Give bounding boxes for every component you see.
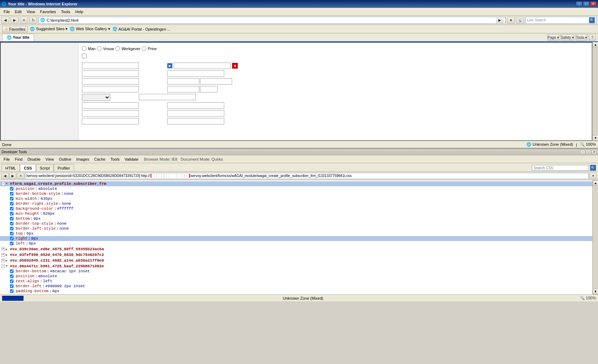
css-check-border-top-style[interactable]: [10, 222, 14, 225]
favorites-button[interactable]: ★ Favorites: [2, 26, 28, 32]
dt-back-button[interactable]: ◀: [1, 173, 9, 179]
css-selector-row-sv2[interactable]: + ▶ #sv_03fef998_052d_4470_8830_9dc75402…: [0, 252, 592, 257]
menu-view[interactable]: View: [25, 9, 37, 15]
devtools-scroll-up-button[interactable]: ▲: [593, 180, 598, 186]
menu-edit[interactable]: Edit: [13, 9, 24, 15]
input-3-2b[interactable]: [200, 78, 232, 85]
dt-menu-tools[interactable]: Tools: [108, 156, 122, 162]
input-4-1[interactable]: [82, 86, 139, 92]
input-8-1[interactable]: [82, 118, 139, 124]
input-8-2[interactable]: [167, 118, 224, 124]
dt-menu-find[interactable]: Find: [13, 156, 25, 162]
input-1-1[interactable]: [82, 63, 139, 69]
menu-file[interactable]: File: [1, 9, 12, 15]
css-expand-main[interactable]: ▼: [6, 182, 9, 186]
css-check-left[interactable]: [10, 242, 14, 245]
css-check-sv4-border-left[interactable]: [10, 284, 14, 288]
css-toggle-sv2[interactable]: +: [1, 253, 5, 257]
input-4-2a[interactable]: [167, 86, 199, 92]
dt-menu-outline[interactable]: Outline: [57, 156, 73, 162]
dt-menu-images[interactable]: Images: [74, 156, 91, 162]
css-selector-row-sv4[interactable]: − ▼ #sv_06a4471c_b961_4725_baaf_229b8671…: [0, 264, 592, 269]
css-check-sv4-border-bottom[interactable]: [10, 269, 14, 273]
css-check-sv4-padding-bottom[interactable]: [10, 289, 14, 293]
rss-button[interactable]: 📡: [516, 17, 524, 24]
tab-script[interactable]: Script: [36, 164, 54, 171]
css-selector-row-sv1[interactable]: + ▶ #sv_039c30ae_ed6e_4875_80ff_59355b23…: [0, 247, 592, 252]
tab-css[interactable]: CSS: [20, 164, 36, 171]
portal-link[interactable]: 🌐 AG&AI Portal - Opleidingen ...: [112, 27, 171, 31]
css-toggle-sv1[interactable]: +: [1, 247, 5, 251]
radio-man[interactable]: [82, 46, 86, 51]
input-2-2[interactable]: [167, 70, 224, 77]
css-check-min-height[interactable]: [10, 212, 14, 215]
address-go-button[interactable]: ▶: [496, 17, 504, 23]
stop-button[interactable]: ✕: [20, 17, 28, 24]
checkbox-field[interactable]: [82, 54, 86, 58]
scroll-track[interactable]: [593, 48, 598, 135]
devtools-scroll-track[interactable]: [593, 186, 598, 289]
close-button[interactable]: ✕: [590, 1, 597, 6]
back-button[interactable]: ◀: [1, 17, 9, 24]
css-expand-sv1[interactable]: ▶: [6, 247, 9, 251]
css-search-button[interactable]: 🔍: [590, 165, 596, 171]
live-search-button[interactable]: 🔍: [589, 17, 595, 23]
favorites-star-button[interactable]: ★: [507, 17, 515, 24]
css-toggle-sv3[interactable]: +: [1, 259, 5, 262]
refresh-button[interactable]: ↻: [29, 17, 37, 24]
input-3-1[interactable]: [82, 78, 139, 85]
menu-tools[interactable]: Tools: [59, 9, 73, 15]
dt-menu-cache[interactable]: Cache: [92, 156, 107, 162]
tools-button[interactable]: Tools ▾: [576, 34, 587, 41]
css-check-right[interactable]: [10, 237, 14, 240]
dt-stop-button[interactable]: ✕: [17, 173, 24, 179]
menu-help[interactable]: Help: [73, 9, 85, 15]
tab-html[interactable]: HTML: [1, 164, 20, 171]
css-search-input[interactable]: [532, 165, 589, 171]
address-input[interactable]: [47, 18, 494, 22]
css-check-border-left-style[interactable]: [10, 227, 14, 230]
css-check-border-right-style[interactable]: [10, 202, 14, 205]
minimize-button[interactable]: −: [576, 1, 582, 6]
web-slice-gallery-link[interactable]: 🌐 Web Slice Gallery ▾: [70, 27, 110, 31]
scroll-down-button[interactable]: ▼: [593, 135, 598, 141]
input-6-2[interactable]: [167, 102, 224, 109]
play-button[interactable]: ▶: [167, 63, 172, 68]
zoom-control[interactable]: 🔍 100%: [580, 142, 596, 147]
dt-menu-validate[interactable]: Validate: [122, 156, 141, 162]
css-toggle-main[interactable]: −: [1, 182, 5, 186]
restore-button[interactable]: □: [583, 1, 589, 6]
css-selector-row-sv3[interactable]: + ▶ #sv_05892845_c231_49d2_a14e_a036a217…: [0, 258, 592, 263]
dt-forward-button[interactable]: ▶: [9, 173, 16, 179]
devtools-minimize-button[interactable]: −: [580, 150, 585, 154]
css-check-sv4-position[interactable]: [10, 274, 14, 278]
tab-your-title[interactable]: 🌐 Your title: [2, 34, 34, 41]
css-check-border-bottom-style[interactable]: [10, 192, 14, 196]
input-7-2[interactable]: [167, 110, 224, 117]
suggested-sites-link[interactable]: 🌐 Suggested Sites ▾: [30, 27, 68, 31]
menu-favorites[interactable]: Favorites: [38, 9, 58, 15]
devtools-close-button[interactable]: ✕: [592, 150, 597, 154]
dt-dropdown-button[interactable]: ▾: [589, 173, 597, 179]
css-check-position[interactable]: [10, 187, 14, 191]
radio-prive[interactable]: [142, 46, 146, 51]
css-toggle-sv4[interactable]: −: [1, 264, 5, 268]
css-check-bottom[interactable]: [10, 217, 14, 220]
input-1-2[interactable]: [174, 63, 231, 69]
select-field[interactable]: [82, 94, 110, 101]
css-check-top[interactable]: [10, 232, 14, 235]
input-7-1[interactable]: [82, 110, 139, 117]
css-check-sv4-text-align[interactable]: [10, 279, 14, 283]
safety-button[interactable]: Safety ▾: [561, 34, 574, 41]
css-selector-row-main[interactable]: − ▼ #form_wagai_create_profile_subscribe…: [0, 181, 592, 186]
css-expand-sv2[interactable]: ▶: [6, 253, 9, 257]
dt-menu-disable[interactable]: Disable: [25, 156, 43, 162]
delete-button[interactable]: ✕: [232, 63, 238, 69]
scroll-up-button[interactable]: ▲: [593, 42, 598, 48]
input-3-2a[interactable]: [167, 78, 199, 85]
forward-button[interactable]: ▶: [11, 17, 19, 24]
input-2-1[interactable]: [82, 70, 139, 77]
devtools-scroll-down-button[interactable]: ▼: [593, 289, 598, 294]
css-expand-sv3[interactable]: ▶: [6, 259, 9, 263]
page-button[interactable]: Page ▾: [547, 34, 559, 41]
